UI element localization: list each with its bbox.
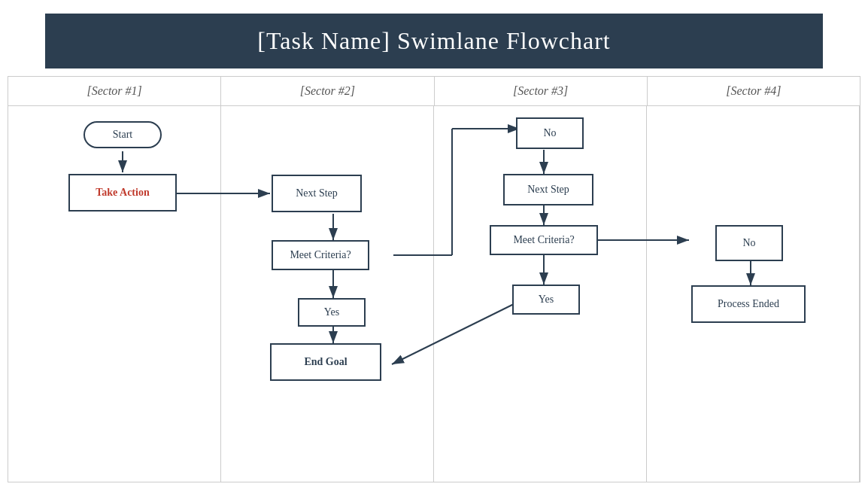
lane-1 [8, 106, 221, 482]
swimlane-body: Start Take Action Next Step Meet Criteri… [8, 106, 860, 482]
take-action-node: Take Action [68, 174, 177, 212]
next-step-3-node: Next Step [503, 174, 593, 205]
sector-3-header: [Sector #3] [435, 77, 648, 105]
end-goal-node: End Goal [270, 343, 381, 381]
start-node: Start [83, 121, 162, 148]
lane-2 [221, 106, 434, 482]
process-ended-node: Process Ended [691, 285, 806, 323]
title: [Task Name] Swimlane Flowchart [45, 14, 823, 68]
sector-2-header: [Sector #2] [221, 77, 434, 105]
yes-2-node: Yes [298, 298, 366, 327]
next-step-2-node: Next Step [272, 175, 362, 212]
sector-headers: [Sector #1] [Sector #2] [Sector #3] [Sec… [8, 77, 860, 106]
sector-4-header: [Sector #4] [648, 77, 860, 105]
sector-1-header: [Sector #1] [8, 77, 221, 105]
no-4-node: No [715, 225, 783, 261]
meet-criteria-2-node: Meet Criteria? [272, 240, 369, 270]
yes-3-node: Yes [512, 285, 580, 315]
no-3-node: No [516, 117, 584, 149]
swimlane-container: [Sector #1] [Sector #2] [Sector #3] [Sec… [8, 76, 860, 482]
meet-criteria-3-node: Meet Criteria? [490, 225, 598, 255]
page: [Task Name] Swimlane Flowchart [Sector #… [0, 0, 868, 490]
